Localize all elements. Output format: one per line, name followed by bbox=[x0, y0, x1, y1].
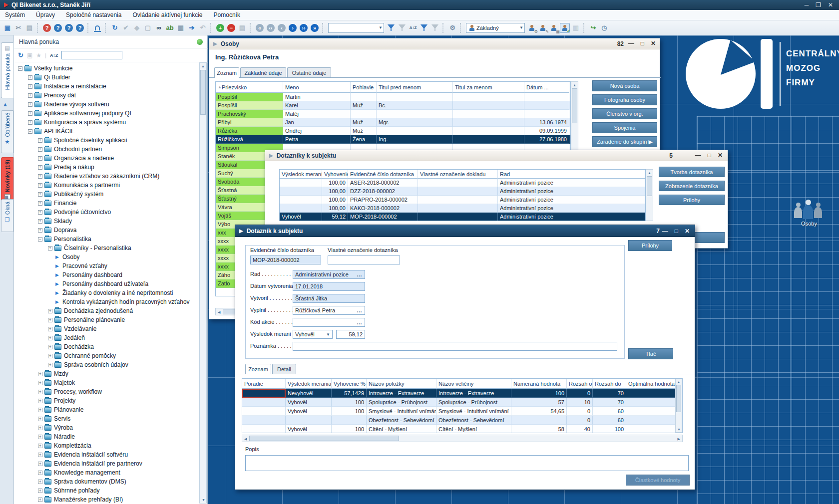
lookup-ellipsis-button[interactable]: … bbox=[357, 319, 363, 325]
tree-item[interactable]: +Mzdy bbox=[38, 369, 68, 378]
app-minimize-button[interactable]: ─ bbox=[805, 1, 809, 8]
tree-item[interactable]: +Personálne plánovanie bbox=[48, 315, 125, 324]
tree-item[interactable]: −Personalistika bbox=[38, 235, 91, 244]
undo-icon[interactable]: ↶ bbox=[198, 23, 208, 33]
tree-expander-icon[interactable]: + bbox=[38, 381, 42, 385]
table-row[interactable]: Vyhověl100Smyslové - Intuitivní vnímáníS… bbox=[242, 407, 682, 416]
filter-sort-icon[interactable] bbox=[419, 23, 429, 33]
table-row[interactable]: PospíšilKarelMužBc. bbox=[216, 101, 570, 110]
table-row[interactable]: Vyhověl100Cítění - MyšleníCítění - Myšle… bbox=[242, 425, 682, 433]
tree-expander-icon[interactable]: + bbox=[38, 156, 42, 161]
vyhovenie-percent-field[interactable]: 59,12 bbox=[336, 330, 365, 339]
tree-item[interactable]: +Plánovanie bbox=[38, 405, 83, 414]
table-row[interactable]: 100,00KAKO-2018-000002Administrativní po… bbox=[280, 204, 645, 213]
save-icon[interactable]: ▥ bbox=[571, 23, 581, 33]
table-row[interactable]: 100,00DZZ-2018-000002Administrativní poz… bbox=[280, 187, 645, 196]
table-row[interactable]: RůžičkaOndřejMuž09.09.1999 bbox=[216, 127, 570, 135]
desktop-icon-osoby[interactable]: Osoby bbox=[787, 199, 831, 228]
tree-scrollbar[interactable]: ▲ ▼ bbox=[199, 62, 207, 504]
table-row[interactable]: PospíšilMartin bbox=[216, 93, 570, 101]
tree-expander-icon[interactable]: + bbox=[38, 138, 42, 143]
osoby-button-5[interactable]: Zaradenie do skupín ▶ bbox=[592, 136, 657, 147]
tree-item[interactable]: +Majetok bbox=[38, 378, 75, 387]
tree-item[interactable]: +Financie bbox=[38, 199, 76, 208]
user-edit-icon[interactable]: ✎ bbox=[538, 23, 548, 33]
dialog-vscrollbar[interactable]: ▲ ▼ bbox=[675, 379, 682, 433]
tree-item[interactable]: +Evidencia inštalácií pre partnerov bbox=[38, 459, 142, 468]
form-field-2[interactable]: 17.01.2018 bbox=[293, 282, 365, 291]
tree-item[interactable]: +Jedáleň bbox=[48, 333, 85, 342]
tree-expander-icon[interactable]: − bbox=[38, 237, 42, 242]
dialog-titlebar[interactable]: ▶ Dotazník k subjektu bbox=[235, 225, 695, 237]
form-field-4[interactable]: Růžičková Petra… bbox=[293, 306, 365, 315]
close-button[interactable]: ✕ bbox=[718, 152, 723, 159]
window-icon[interactable]: ▢ bbox=[143, 23, 153, 33]
tree-item[interactable]: +Evidencia inštalácií softvéru bbox=[38, 450, 128, 459]
osoby-button-2[interactable]: Fotografia osoby bbox=[592, 94, 657, 105]
lookup-ellipsis-button[interactable]: … bbox=[357, 307, 363, 313]
tree-expander-icon[interactable]: + bbox=[38, 183, 42, 188]
tree-item[interactable]: +Doprava bbox=[38, 226, 76, 235]
filter-sort-clear-icon[interactable] bbox=[430, 23, 440, 33]
tree-expander-icon[interactable]: + bbox=[48, 354, 52, 358]
tree-expander-icon[interactable]: + bbox=[38, 165, 42, 170]
tree-item[interactable]: +Spoločné číselníky aplikácií bbox=[38, 136, 127, 145]
dotazniky-button-1[interactable]: Tvorba dotazníka bbox=[659, 167, 725, 177]
column-header[interactable]: Názov veličiny bbox=[436, 379, 511, 389]
tree-item[interactable]: +Správa osobních údajov bbox=[48, 360, 128, 369]
next-record-icon[interactable]: › bbox=[288, 23, 298, 33]
export-folder-icon[interactable]: ↪ bbox=[588, 23, 598, 33]
tree-expander-icon[interactable]: + bbox=[28, 102, 32, 107]
tree-expander-icon[interactable]: + bbox=[38, 498, 42, 502]
tree-item[interactable]: +Procesy, workflow bbox=[38, 387, 102, 396]
maximize-button[interactable]: □ bbox=[641, 40, 644, 47]
tree-expander-icon[interactable]: + bbox=[48, 318, 52, 322]
evidencne-cislo-field[interactable]: MOP-2018-000002 bbox=[250, 255, 321, 264]
tree-expander-icon[interactable]: + bbox=[48, 309, 52, 313]
tree-search-input[interactable] bbox=[61, 51, 122, 59]
osoby-button-4[interactable]: Spojenia bbox=[592, 122, 657, 133]
tree-item[interactable]: +Vzdelávanie bbox=[48, 324, 96, 333]
tree-expander-icon[interactable]: + bbox=[28, 120, 32, 125]
user-settings-icon[interactable]: ⚙ bbox=[527, 23, 537, 33]
tree-expander-icon[interactable]: + bbox=[38, 417, 42, 421]
tree-item[interactable]: +Aplikácie softwarovej podpory QI bbox=[28, 109, 131, 118]
table-row[interactable]: 100,00ASER-2018-000002Administrativní po… bbox=[280, 179, 645, 187]
copy-icon[interactable]: ▣ bbox=[2, 23, 12, 33]
tree-item[interactable]: +Inštalácie a reinštalácie bbox=[28, 82, 106, 91]
help-context-icon[interactable]: ? bbox=[64, 23, 74, 33]
tree-expander-icon[interactable]: + bbox=[48, 363, 52, 367]
osoby-button-3[interactable]: Členstvo v org. bbox=[592, 108, 657, 119]
tree-expander-icon[interactable]: − bbox=[18, 66, 22, 71]
tree-expander-icon[interactable]: + bbox=[28, 111, 32, 116]
tree-item[interactable]: +Náradie bbox=[38, 432, 75, 441]
menu-item-1[interactable]: Systém bbox=[5, 11, 25, 18]
form-field-1[interactable]: Administrativní pozice… bbox=[293, 270, 365, 279]
dotazniky-button-3[interactable]: Prílohy bbox=[659, 195, 725, 205]
form-field-3[interactable]: Šťastná Jitka bbox=[293, 294, 365, 303]
minimize-button[interactable]: — bbox=[695, 152, 701, 159]
delete-record-icon[interactable]: − bbox=[226, 23, 236, 33]
tree-item[interactable]: +Dochádzka bbox=[48, 342, 94, 351]
confirm-icon[interactable]: ✔ bbox=[121, 23, 131, 33]
filter-icon[interactable] bbox=[386, 23, 396, 33]
notifications-bell-icon[interactable] bbox=[92, 23, 102, 33]
tree-expander-icon[interactable]: + bbox=[38, 408, 42, 412]
tree-item[interactable]: +Qi Builder bbox=[28, 73, 70, 82]
table-row[interactable]: RůžičkováPetraŽenaIng.27.06.1980 bbox=[216, 135, 570, 144]
user-confirm-icon[interactable]: ✔ bbox=[560, 23, 570, 33]
tree-expander-icon[interactable]: + bbox=[38, 480, 42, 484]
refresh-icon[interactable]: ↻ bbox=[110, 23, 120, 33]
tree-expander-icon[interactable]: + bbox=[38, 390, 42, 394]
tree-expander-icon[interactable]: + bbox=[28, 75, 32, 80]
column-header[interactable]: ▲ Priezvisko bbox=[216, 82, 283, 93]
collapse-arrow-icon[interactable]: ▲ bbox=[2, 101, 8, 107]
menu-item-5[interactable]: Pomocník bbox=[214, 11, 240, 18]
tree-item[interactable]: +Správa dokumentov (DMS) bbox=[38, 477, 126, 486]
popis-field[interactable] bbox=[245, 455, 689, 471]
column-header[interactable]: Vyhovenie % bbox=[332, 379, 367, 389]
column-header[interactable]: Evidenčné číslo dotazníka bbox=[348, 170, 418, 179]
tab-zoznam-detail-list[interactable]: Zoznam bbox=[245, 364, 271, 374]
side-tab-oblubene[interactable]: Obľúbené ★ bbox=[1, 110, 13, 153]
tree-expander-icon[interactable]: + bbox=[28, 84, 32, 89]
